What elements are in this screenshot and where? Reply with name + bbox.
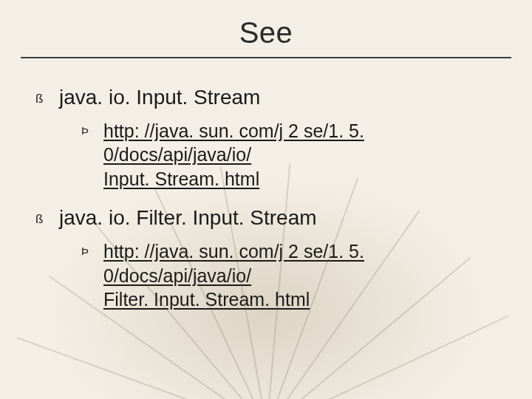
bullet-glyph: ß [35,211,46,228]
bullet-glyph: ß [35,91,46,108]
slide-content: ß java. io. Input. Stream Þ http: //java… [0,58,532,312]
sub-bullet-item-1: Þ http: //java. sun. com/j 2 se/1. 5. 0/… [81,119,497,191]
slide: See ß java. io. Input. Stream Þ http: //… [0,0,532,399]
slide-title: See [0,0,532,50]
sub-bullet-item-2: Þ http: //java. sun. com/j 2 se/1. 5. 0/… [81,239,497,312]
link-line: http: //java. sun. com/j 2 se/1. 5. 0/do… [103,120,364,166]
link-line: Input. Stream. html [103,168,259,189]
bullet-item-1: ß java. io. Input. Stream [35,83,497,112]
doc-link-inputstream[interactable]: http: //java. sun. com/j 2 se/1. 5. 0/do… [103,119,497,191]
link-line: Filter. Input. Stream. html [103,289,310,310]
bullet-label: java. io. Filter. Input. Stream [59,204,317,232]
bullet-item-2: ß java. io. Filter. Input. Stream [35,204,497,232]
sub-bullet-glyph: Þ [81,123,92,138]
bullet-label: java. io. Input. Stream [59,83,260,112]
sub-bullet-glyph: Þ [81,244,92,259]
doc-link-filterinputstream[interactable]: http: //java. sun. com/j 2 se/1. 5. 0/do… [103,239,497,312]
link-line: http: //java. sun. com/j 2 se/1. 5. 0/do… [103,241,364,286]
